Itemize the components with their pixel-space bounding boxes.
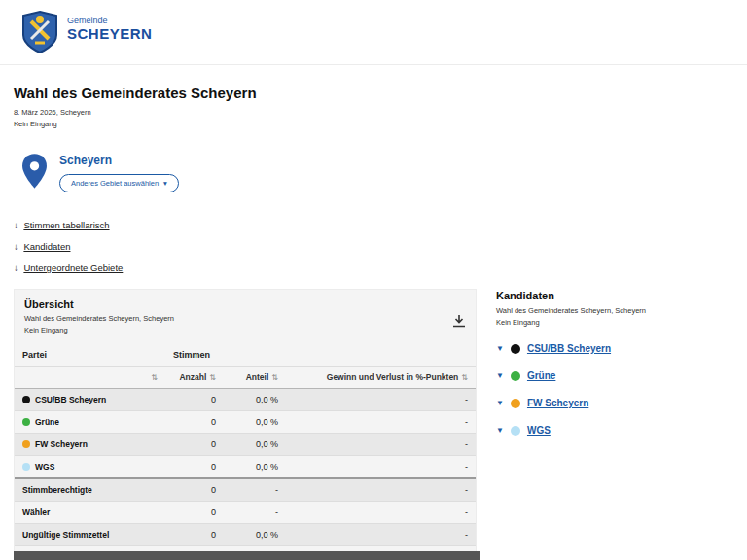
party-color-dot [511,371,520,381]
group-header-partei: Partei [15,344,165,367]
party-color-dot [22,396,30,403]
kandidaten-item-label: WGS [527,425,551,436]
anchor-label: Untergeordnete Gebiete [23,262,123,273]
status-line: Kein Eingang [14,119,747,130]
municipality-crest-icon [21,10,58,58]
org-name-small: Gemeinde [67,16,152,25]
party-label: Grüne [35,417,59,427]
gewinn-value: - [286,389,476,411]
down-arrow-icon: ↓ [14,241,18,252]
expand-triangle-icon: ▼ [496,344,504,353]
anzahl-value: 0 [165,411,224,434]
kandidaten-item-label: CSU/BB Scheyern [527,343,611,354]
anteil-value: 0,0 % [224,524,286,546]
party-label: FW Scheyern [35,439,88,449]
content-area: Übersicht Wahl des Gemeinderates Scheyer… [14,289,733,560]
gewinn-value: - [286,524,476,546]
anchor-label: Kandidaten [23,241,70,252]
kandidaten-item-label: FW Scheyern [527,398,588,408]
gewinn-value: - [286,456,476,479]
header-divider [0,64,747,65]
change-area-label: Anderes Gebiet auswählen [71,179,159,188]
party-label: WGS [35,462,54,472]
sort-gewinn[interactable]: Gewinn und Verlust in %-Punkten⇅ [286,367,476,389]
change-area-button[interactable]: Anderes Gebiet auswählen ▾ [59,174,179,192]
anchor-kandidaten[interactable]: ↓ Kandidaten [14,241,747,252]
col-anteil-label: Anteil [246,372,269,382]
expand-triangle-icon: ▼ [496,426,504,435]
stat-label: Stimmberechtigte [15,478,165,502]
kandidaten-list: ▼ CSU/BB Scheyern ▼ Grüne ▼ FW Scheyern … [496,343,733,436]
anteil-value: 0,0 % [224,456,286,479]
results-table: Partei Stimmen ⇅ Anzahl⇅ Anteil⇅ Gewinn … [15,344,476,560]
sort-icon: ⇅ [271,373,278,382]
next-section-edge [14,551,480,560]
overview-card: Übersicht Wahl des Gemeinderates Scheyer… [14,289,477,560]
anteil-value: - [224,502,286,524]
org-name-large: SCHEYERN [67,25,152,42]
overview-subtitle: Wahl des Gemeinderates Scheyern, Scheyer… [24,313,466,325]
sort-icon: ⇅ [209,373,216,382]
party-color-dot [22,463,30,471]
sort-icon: ⇅ [461,373,468,382]
kandidaten-item-fw-scheyern[interactable]: ▼ FW Scheyern [496,398,733,408]
sort-anteil[interactable]: Anteil⇅ [224,367,286,389]
download-icon [452,316,466,331]
stat-label: Ungültige Stimmzettel [15,524,165,546]
kandidaten-panel: Kandidaten Wahl des Gemeinderates Scheye… [496,289,733,452]
anzahl-value: 0 [165,434,224,456]
area-selector: Scheyern Anderes Gebiet auswählen ▾ [21,154,747,192]
col-gewinn-label: Gewinn und Verlust in %-Punkten [327,372,459,382]
down-arrow-icon: ↓ [14,262,18,273]
table-row: Ungültige Stimmzettel 0 0,0 % - [15,524,476,546]
current-area-name: Scheyern [59,154,179,167]
col-anzahl-label: Anzahl [179,372,206,382]
anzahl-value: 0 [165,478,224,502]
anzahl-value: 0 [165,502,224,524]
gewinn-value: - [286,478,476,502]
sort-anzahl[interactable]: Anzahl⇅ [165,367,224,389]
party-color-dot [22,418,30,426]
overview-card-header: Übersicht Wahl des Gemeinderates Scheyer… [15,298,476,344]
group-header-stimmen: Stimmen [165,344,286,367]
anteil-value: 0,0 % [224,434,286,456]
expand-triangle-icon: ▼ [496,371,504,380]
page-title: Wahl des Gemeinderates Scheyern [14,85,747,101]
party-color-dot [511,399,520,408]
anchor-stimmen-tabellarisch[interactable]: ↓ Stimmen tabellarisch [14,220,747,230]
table-sort-header: ⇅ Anzahl⇅ Anteil⇅ Gewinn und Verlust in … [15,367,476,389]
gewinn-value: - [286,434,476,456]
site-header: Gemeinde SCHEYERN [0,0,747,64]
anteil-value: - [224,478,286,502]
sort-partei[interactable]: ⇅ [15,367,165,389]
stat-label: Wähler [15,502,165,524]
anchor-label: Stimmen tabellarisch [23,220,109,230]
table-row: FW Scheyern 0 0,0 % - [15,434,476,456]
download-button[interactable] [452,315,466,331]
table-row: Wähler 0 - - [15,502,476,524]
kandidaten-title: Kandidaten [496,290,733,301]
anzahl-value: 0 [165,524,224,546]
kandidaten-item-label: Grüne [527,370,555,381]
chevron-down-icon: ▾ [163,179,167,188]
table-row: CSU/BB Scheyern 0 0,0 % - [15,389,476,411]
anteil-value: 0,0 % [224,389,286,411]
table-row: Stimmberechtigte 0 - - [15,478,476,502]
anteil-value: 0,0 % [224,411,286,434]
table-group-header: Partei Stimmen [15,344,476,367]
kandidaten-status: Kein Eingang [496,317,733,329]
party-color-dot [22,440,30,448]
group-header-spacer [286,344,476,367]
anchor-untergeordnete-gebiete[interactable]: ↓ Untergeordnete Gebiete [14,262,747,273]
expand-triangle-icon: ▼ [496,399,504,407]
anzahl-value: 0 [165,456,224,479]
kandidaten-subtitle: Wahl des Gemeinderates Scheyern, Scheyer… [496,305,733,317]
table-row: Grüne 0 0,0 % - [15,411,476,434]
kandidaten-item-gruene[interactable]: ▼ Grüne [496,370,733,381]
table-row: WGS 0 0,0 % - [15,456,476,479]
gewinn-value: - [286,502,476,524]
kandidaten-item-wgs[interactable]: ▼ WGS [496,425,733,436]
kandidaten-item-csu-bb-scheyern[interactable]: ▼ CSU/BB Scheyern [496,343,733,354]
overview-status: Kein Eingang [24,325,466,336]
down-arrow-icon: ↓ [14,220,18,230]
